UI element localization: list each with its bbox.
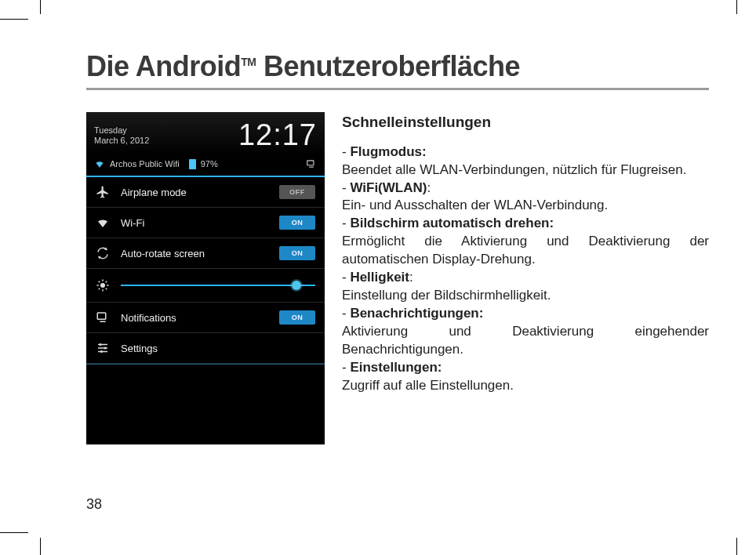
brightness-slider-thumb[interactable] (292, 281, 301, 290)
wifi-head: WiFi(WLAN) (350, 180, 427, 195)
date-full: March 6, 2012 (94, 136, 149, 145)
rotate-label: Auto-rotate screen (121, 248, 279, 259)
page-title: Die AndroidTM Benutzeroberfläche (86, 50, 709, 83)
svg-point-1 (100, 283, 105, 288)
divider (86, 364, 325, 365)
crop-mark (736, 538, 737, 555)
quick-setting-airplane[interactable]: Airplane mode OFF (86, 177, 325, 208)
svg-line-7 (106, 288, 107, 290)
status-bar: Tuesday March 6, 2012 12:17 (86, 112, 325, 155)
quick-setting-settings[interactable]: Settings (86, 333, 325, 364)
wifi-toggle[interactable]: ON (279, 216, 315, 230)
svg-point-14 (100, 343, 102, 346)
wifi-ssid: Archos Public Wifi (110, 159, 180, 169)
quick-setting-rotate[interactable]: Auto-rotate screen ON (86, 238, 325, 269)
status-date: Tuesday March 6, 2012 (94, 125, 149, 144)
battery-icon (189, 159, 196, 169)
wifi-label: Wi-Fi (121, 217, 279, 229)
date-weekday: Tuesday (94, 125, 149, 135)
notification-status-icon (306, 158, 317, 169)
settings-label: Settings (121, 343, 315, 354)
rotate-toggle[interactable]: ON (279, 246, 315, 260)
title-text-2: Benutzeroberfläche (256, 50, 520, 82)
svg-rect-0 (307, 161, 314, 165)
svg-line-8 (99, 288, 100, 290)
item-brightness: - Helligkeit: (342, 269, 709, 287)
notifications-label: Notifications (121, 312, 279, 324)
rotate-head: Bildschirm automatisch drehen: (350, 216, 554, 230)
svg-line-9 (106, 281, 107, 283)
title-text-1: Die Android (86, 50, 241, 82)
crop-mark (0, 532, 28, 533)
wifi-body: Ein- und Ausschalten der WLAN-Verbindung… (342, 197, 709, 215)
svg-point-15 (104, 347, 107, 350)
settings-body: Zugriff auf alle Einstellungen. (342, 377, 709, 395)
quick-setting-wifi[interactable]: Wi-Fi ON (86, 208, 325, 238)
description-column: Schnelleinstellungen - Flugmodus: Beende… (342, 112, 709, 444)
wifi-icon (94, 158, 105, 169)
svg-line-6 (99, 281, 100, 283)
quick-setting-notifications[interactable]: Notifications ON (86, 303, 325, 333)
brightness-slider[interactable] (121, 285, 315, 286)
wifi-icon (96, 216, 110, 230)
notifications-icon (96, 310, 110, 325)
rotate-body: Ermöglicht die Aktivierung und Deaktivie… (342, 233, 709, 269)
section-heading: Schnelleinstellungen (342, 112, 709, 132)
device-screenshot: Tuesday March 6, 2012 12:17 Archos Publi… (86, 112, 325, 444)
flug-body: Beendet alle WLAN-Verbindungen, nützlich… (342, 161, 709, 180)
settings-head: Einstellungen: (350, 360, 442, 375)
item-notifications: - Benachrichtigungen: (342, 305, 709, 323)
title-underline (86, 88, 709, 90)
status-info-row: Archos Public Wifi 97% (86, 155, 325, 176)
airplane-icon (96, 185, 110, 199)
svg-rect-10 (97, 313, 106, 319)
item-wifi: - WiFi(WLAN): (342, 180, 709, 198)
crop-mark (40, 0, 41, 14)
bright-head: Helligkeit (350, 270, 409, 285)
two-column-layout: Tuesday March 6, 2012 12:17 Archos Publi… (86, 112, 709, 444)
rotate-icon (96, 246, 110, 260)
status-clock: 12:17 (238, 118, 317, 152)
trademark-symbol: TM (241, 56, 256, 68)
airplane-label: Airplane mode (121, 187, 279, 198)
settings-icon (96, 341, 110, 355)
page-frame: Die AndroidTM Benutzeroberfläche Tuesday… (0, 0, 756, 555)
notifications-toggle[interactable]: ON (279, 310, 315, 325)
crop-mark (736, 0, 737, 14)
item-flugmodus: - Flugmodus: (342, 143, 709, 161)
flug-head: Flugmodus: (350, 144, 426, 159)
brightness-icon (96, 278, 110, 292)
notif-head: Benachrichtigungen: (350, 306, 483, 321)
bright-body: Einstellung der Bildschirmhelligkeit. (342, 287, 709, 305)
notif-body: Aktivierung und Deaktivierung eingehende… (342, 323, 709, 359)
svg-point-16 (100, 350, 103, 353)
item-settings: - Einstellungen: (342, 359, 709, 377)
content-area: Die AndroidTM Benutzeroberfläche Tuesday… (86, 50, 709, 444)
airplane-toggle[interactable]: OFF (279, 185, 315, 199)
quick-setting-brightness[interactable] (86, 269, 325, 303)
battery-percent: 97% (201, 159, 218, 169)
page-number: 38 (86, 496, 102, 513)
crop-mark (0, 19, 28, 20)
item-rotate: - Bildschirm automatisch drehen: (342, 215, 709, 233)
crop-mark (40, 538, 41, 555)
